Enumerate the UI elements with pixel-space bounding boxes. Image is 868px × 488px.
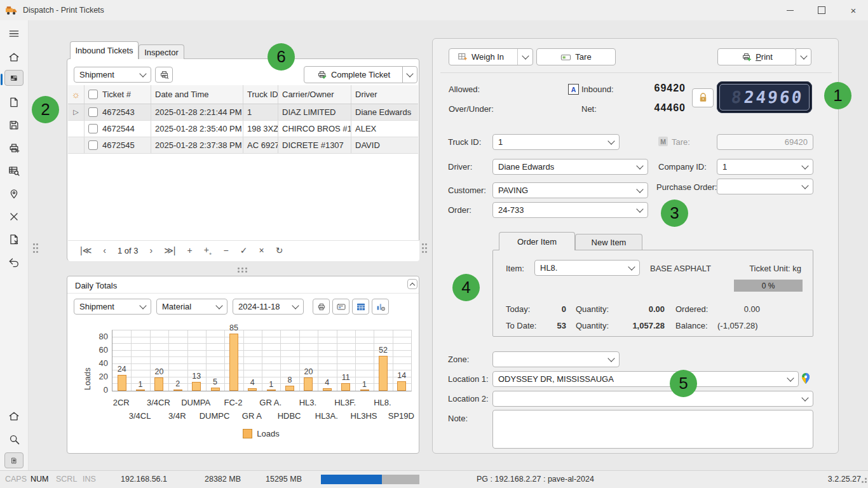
column-driver[interactable]: Driver bbox=[351, 85, 418, 104]
allowed-label: Allowed: bbox=[449, 85, 480, 94]
chart-settings-button[interactable] bbox=[372, 299, 389, 315]
scale-lock-button[interactable] bbox=[692, 88, 714, 107]
titlebar: Dispatch - Print Tickets bbox=[0, 0, 868, 20]
chart-bar bbox=[211, 388, 220, 391]
pager-last-button[interactable]: ≫| bbox=[158, 245, 181, 255]
pager-cancel-button[interactable]: × bbox=[253, 245, 269, 255]
order-select[interactable]: 24-733 bbox=[492, 202, 648, 218]
tickets-document-icon[interactable] bbox=[4, 452, 24, 468]
weigh-in-button[interactable]: Weigh In bbox=[449, 48, 533, 65]
row-checkbox[interactable] bbox=[88, 140, 98, 150]
row-checkbox[interactable] bbox=[88, 107, 98, 117]
row-checkbox[interactable] bbox=[88, 124, 98, 133]
item-select[interactable]: HL8. bbox=[534, 260, 640, 276]
location-pin-icon[interactable] bbox=[4, 184, 24, 203]
column-ticket[interactable]: Ticket # bbox=[85, 85, 151, 104]
print-add-icon[interactable] bbox=[4, 139, 24, 158]
tare-icon bbox=[560, 53, 571, 62]
chart-category-label: 3/4R bbox=[168, 411, 186, 421]
print-preview-button[interactable] bbox=[155, 67, 173, 83]
column-truck[interactable]: Truck ID bbox=[243, 85, 278, 104]
select-all-checkbox[interactable] bbox=[88, 90, 98, 99]
zone-select[interactable] bbox=[492, 351, 620, 367]
net-value: 44460 bbox=[630, 102, 686, 114]
chart-category-label: HL3. bbox=[299, 398, 316, 407]
column-carrier[interactable]: Carrier/Owner bbox=[278, 85, 351, 104]
pager-add-child-button[interactable]: ++ bbox=[198, 245, 218, 257]
chart-category-label: HL8. bbox=[374, 398, 391, 407]
truck-id-select[interactable]: 1 bbox=[492, 134, 620, 150]
pager-add-button[interactable]: + bbox=[181, 245, 198, 255]
chevron-down-icon bbox=[215, 302, 222, 309]
tare-field: 69420 bbox=[717, 134, 813, 150]
sun-icon: ☼ bbox=[72, 89, 81, 100]
tab-new-item[interactable]: New Item bbox=[575, 234, 642, 250]
weigh-in-dropdown[interactable] bbox=[517, 49, 532, 65]
undo-icon[interactable] bbox=[4, 253, 24, 272]
totals-group-select[interactable]: Material bbox=[156, 299, 227, 315]
pager-next-button[interactable]: › bbox=[144, 245, 159, 255]
collapse-panel-button[interactable] bbox=[407, 279, 417, 289]
over-under-label: Over/Under: bbox=[449, 104, 494, 114]
pager-prev-button[interactable]: ‹ bbox=[97, 245, 112, 255]
totals-type-select[interactable]: Shipment bbox=[74, 299, 151, 315]
print-ticket-button[interactable]: Print bbox=[717, 48, 796, 65]
inbound-label: Inbound: bbox=[581, 85, 614, 94]
column-settings-header[interactable]: ☼ bbox=[68, 85, 85, 104]
purchase-order-select[interactable] bbox=[717, 179, 813, 194]
void-document-icon[interactable] bbox=[4, 230, 24, 249]
search-icon[interactable] bbox=[4, 430, 24, 449]
company-id-select[interactable]: 1 bbox=[717, 159, 813, 175]
print-label-rest: rint bbox=[761, 52, 773, 62]
table-search-icon[interactable] bbox=[4, 161, 24, 180]
db-connection: PG : 192.168.2.27 : pave-al-2024 bbox=[477, 475, 594, 484]
note-textarea[interactable] bbox=[492, 410, 813, 449]
complete-ticket-dropdown[interactable] bbox=[402, 66, 417, 83]
totals-date-select[interactable]: 2024-11-18 bbox=[233, 299, 304, 315]
customer-select[interactable]: PAVING bbox=[492, 182, 648, 198]
pager-delete-button[interactable]: − bbox=[218, 245, 234, 255]
maximize-button[interactable] bbox=[808, 0, 836, 20]
print-dropdown[interactable] bbox=[796, 48, 811, 65]
location1-select[interactable]: ODYSSEY DR, MISSISSAUGA bbox=[492, 371, 799, 387]
chevron-down-icon bbox=[522, 52, 529, 59]
table-row[interactable]: 4672545 2025-01-28 2:37:38 PM AC 6927 DI… bbox=[68, 137, 418, 154]
item-label: Item: bbox=[506, 264, 524, 273]
map-pin-icon[interactable] bbox=[801, 372, 810, 384]
chevron-down-icon bbox=[406, 70, 413, 77]
table-row[interactable]: ▷ 4672543 2025-01-28 2:21:44 PM 1 DIAZ L… bbox=[68, 104, 418, 121]
tare-button[interactable]: Tare bbox=[536, 48, 616, 65]
table-row[interactable]: 4672544 2025-01-28 2:35:40 PM 198 3XZ CH… bbox=[68, 121, 418, 137]
save-icon[interactable] bbox=[4, 116, 24, 135]
column-datetime[interactable]: Date and Time bbox=[151, 85, 243, 104]
pager-commit-button[interactable]: ✓ bbox=[234, 245, 254, 255]
table-view-button[interactable] bbox=[352, 299, 369, 315]
chart-bar-value: 11 bbox=[342, 373, 350, 382]
ticket-type-select[interactable]: Shipment bbox=[74, 67, 151, 83]
close-x-icon[interactable] bbox=[4, 207, 24, 226]
row-expander-icon[interactable]: ▷ bbox=[73, 108, 78, 116]
complete-ticket-button[interactable]: Complete Ticket bbox=[304, 66, 403, 83]
tab-order-item[interactable]: Order Item bbox=[499, 232, 575, 250]
minimize-button[interactable] bbox=[776, 0, 804, 20]
close-button[interactable]: × bbox=[839, 0, 867, 20]
annotation-marker-5: 5 bbox=[670, 370, 697, 397]
home-bottom-icon[interactable] bbox=[4, 407, 24, 426]
home-icon[interactable] bbox=[4, 48, 24, 67]
chart-bar-value: 4 bbox=[250, 378, 255, 387]
dashboard-icon[interactable] bbox=[4, 70, 24, 86]
location2-select[interactable] bbox=[492, 391, 813, 407]
pager-first-button[interactable]: |≪ bbox=[74, 245, 97, 255]
quantity-label-2: Quantity: bbox=[576, 321, 609, 330]
label-view-button[interactable] bbox=[332, 299, 349, 315]
print-chart-button[interactable] bbox=[313, 299, 330, 315]
tab-inbound-tickets[interactable]: Inbound Tickets bbox=[70, 41, 139, 59]
chart-category-label: SP19D bbox=[388, 411, 414, 421]
tab-inspector[interactable]: Inspector bbox=[139, 44, 184, 59]
pager-refresh-button[interactable]: ↻ bbox=[270, 245, 289, 255]
driver-select[interactable]: Diane Edwards bbox=[492, 159, 648, 175]
new-document-icon[interactable] bbox=[4, 93, 24, 112]
chevron-down-icon bbox=[139, 70, 146, 77]
menu-icon[interactable] bbox=[4, 24, 24, 43]
scale-weight-value: 24960 bbox=[743, 88, 804, 107]
